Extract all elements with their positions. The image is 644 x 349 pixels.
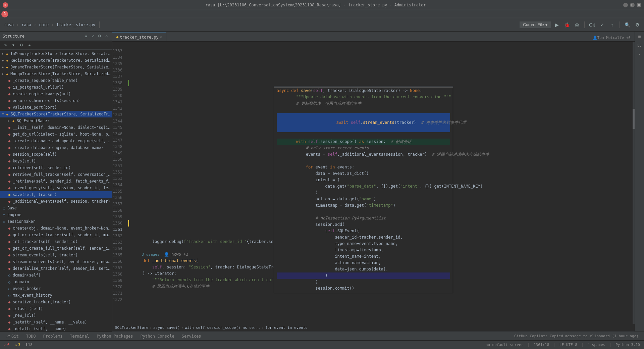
git-button[interactable]: Git — [588, 21, 596, 29]
tree-item-session-scope[interactable]: ● session_scope(self) — [0, 151, 112, 158]
breadcrumb-rasa2[interactable]: rasa — [20, 22, 33, 28]
right-icon-database[interactable]: DB — [636, 42, 643, 49]
structure-plus-button[interactable]: + — [25, 41, 34, 49]
breadcrumb-core[interactable]: core — [38, 22, 50, 28]
problems-tab[interactable]: Problems — [40, 333, 66, 339]
field-icon: ○ — [7, 279, 12, 285]
status-encoding[interactable]: LF UTF-8 — [558, 343, 579, 347]
right-icon-bookmark[interactable]: ⊞ — [636, 33, 643, 40]
tree-item-retrieve[interactable]: ● retrieve(self, sender_id) — [0, 164, 112, 171]
structure-sort-button[interactable]: ≡ — [83, 33, 89, 39]
tree-item-create-engine[interactable]: ● create_engine_kwargs(url) — [0, 91, 112, 97]
python-packages-tab[interactable]: Python Packages — [93, 333, 136, 339]
git-push-button[interactable]: ↑ — [608, 21, 616, 29]
structure-settings-button[interactable]: ⚙ — [97, 33, 103, 39]
editor-tab-tracker-store[interactable]: ● tracker_store.py ✕ — [112, 33, 166, 41]
toolbar: rasa › rasa › core › tracker_store.py Cu… — [0, 18, 644, 32]
tree-item-dynamo[interactable]: ▶ ◆ DynamoTrackerStore(TrackerStore, Ser… — [0, 64, 112, 70]
code-container[interactable]: 1333 1334 1335 1336 1337 1338 1339 1340 … — [112, 42, 635, 324]
tree-item-retrieve2[interactable]: ● _retrieve(self, sender_id, fetch_event… — [0, 178, 112, 185]
structure-sort2-button[interactable]: ⚙ — [17, 41, 25, 49]
tree-item-event-broker[interactable]: ○ event_broker — [0, 285, 112, 292]
tree-item-save[interactable]: ● save(self, tracker) — [0, 191, 112, 198]
tree-item-max-event[interactable]: ○ max_event_history — [0, 292, 112, 299]
status-errors[interactable]: ⚠ 6 — [3, 343, 11, 347]
tree-item-class[interactable]: ● _class_(self) — [0, 305, 112, 312]
tree-item-mongo[interactable]: ▶ ◆ MongoTrackerStore(TrackerStore, Seri… — [0, 70, 112, 77]
popup-code-line: intent = ( — [277, 177, 450, 183]
scrollbar-track[interactable] — [633, 42, 635, 324]
tree-item-get-db-url[interactable]: ● get_db_url(dialect='sqlite', host=None… — [0, 131, 112, 138]
tree-item-retrieve-full[interactable]: ● retrieve_full_tracker(self, conversati… — [0, 171, 112, 178]
status-info[interactable]: ℹ 18 — [24, 343, 34, 347]
tree-item-validate-port[interactable]: ● validate_port(port) — [0, 104, 112, 111]
scrollbar-thumb[interactable] — [633, 109, 635, 129]
tree-item-sqlevent[interactable]: ▶ ◆ SQLEvent(Base) — [0, 117, 112, 124]
tree-item-is-pg[interactable]: ● is_postgresql_url(url) — [0, 84, 112, 91]
git-check-button[interactable]: ✓ — [598, 21, 606, 29]
breadcrumb-rasa[interactable]: rasa — [3, 22, 15, 28]
tree-item-sql-tracker[interactable]: ▼ ◆ SQLTrackerStore(TrackerStore, Serial… — [0, 111, 112, 117]
terminal-tab[interactable]: Terminal — [66, 333, 93, 339]
tree-item-setattr[interactable]: ● _setattr_(self, __name, __value) — [0, 319, 112, 326]
tree-item-event-query[interactable]: ● _event_query(self, session, sender_id,… — [0, 185, 112, 191]
tree-item-sessionmaker[interactable]: ○ sessionmaker — [0, 218, 112, 225]
tree-item-inmemory[interactable]: ▶ ◆ InMemoryTrackerStore(TrackerStore, S… — [0, 50, 112, 57]
tree-item-int-tracker[interactable]: ● int_tracker(self, sender_id) — [0, 238, 112, 245]
tree-item-deserialize[interactable]: ● deserialise_tracker(self, sender_id, s… — [0, 265, 112, 272]
tree-item-stream-new[interactable]: ● stream_new_events(self, event_broker, … — [0, 258, 112, 265]
right-icon-remote[interactable]: ↗ — [636, 50, 643, 58]
settings-button[interactable]: ⚙ — [633, 21, 641, 29]
structure-expand-button[interactable]: ⤢ — [90, 33, 96, 39]
current-file-button[interactable]: Current File ▾ — [520, 21, 551, 28]
tree-item-engine[interactable]: ○ engine — [0, 211, 112, 218]
tree-item-create-db2[interactable]: ● _create_database(engine, database_name… — [0, 144, 112, 151]
tree-item-base[interactable]: ○ Base — [0, 205, 112, 211]
minimize-button[interactable]: ─ — [623, 3, 628, 7]
git-tab[interactable]: ⎇ Git — [3, 333, 22, 339]
tree-item-create-db[interactable]: ● _create_database_and_update_engine(sel… — [0, 138, 112, 144]
debug-button[interactable]: 🐞 — [563, 21, 571, 29]
expand-icon: ▶ — [1, 65, 4, 69]
bc-with[interactable]: with self.session_scope() as se... — [185, 326, 260, 330]
structure-close-button[interactable]: ✕ — [103, 33, 109, 39]
services-tab[interactable]: Services — [178, 333, 205, 339]
structure-filter-button[interactable]: ▾ — [9, 41, 17, 49]
tree-item-get-full[interactable]: ● get_or_create_full_tracker(self, sende… — [0, 245, 112, 252]
bc-class[interactable]: SQLTrackerStore — [115, 326, 148, 330]
tree-item-get-or-create[interactable]: ● get_or_create_tracker(self, sender_id,… — [0, 232, 112, 238]
structure-scroll-button[interactable]: ⇅ — [1, 41, 9, 49]
tree-item-redis[interactable]: ▶ ◆ RedisTrackerStore(TrackerStore, Seri… — [0, 57, 112, 64]
tree-item-new[interactable]: ● _new_(cls) — [0, 312, 112, 319]
tree-item-keys[interactable]: ● keys(self) — [0, 158, 112, 164]
todo-tab[interactable]: TODO — [23, 333, 39, 339]
maximize-button[interactable]: □ — [630, 3, 635, 7]
breadcrumb-file[interactable]: tracker_store.py — [55, 22, 97, 28]
tree-item-delattr[interactable]: ● _delattr_(self, __name) — [0, 326, 112, 332]
tree-item-additional-events[interactable]: ● _additional_events(self, session, trac… — [0, 198, 112, 205]
bc-method[interactable]: async save() — [153, 326, 180, 330]
tree-item-domain[interactable]: ○ domain(self) — [0, 272, 112, 279]
status-spaces[interactable]: 4 spaces — [586, 343, 607, 347]
tree-item-ensure-schema[interactable]: ● ensure_schema_exists(session) — [0, 97, 112, 104]
code-editor[interactable]: async def save(self, tracker: DialogueSt… — [130, 42, 635, 324]
python-console-tab[interactable]: Python Console — [137, 333, 178, 339]
status-line-col[interactable]: 1361:18 — [532, 343, 550, 347]
github-copilot-msg: GitHub Copilot: Copied message to clipbo… — [512, 334, 641, 338]
search-button[interactable]: 🔍 — [623, 21, 631, 29]
app-logo: R — [1, 11, 8, 17]
status-python[interactable]: Python 3.10 — [614, 343, 641, 347]
tab-close-button[interactable]: ✕ — [160, 35, 162, 39]
status-warnings[interactable]: △ 3 — [13, 343, 21, 347]
tree-item-domain2[interactable]: ○ _domain — [0, 279, 112, 285]
tree-item-serialize[interactable]: ● seralize_tracker(tracker) — [0, 299, 112, 305]
tree-item-create-seq[interactable]: ● _create_sequence(table_name) — [0, 77, 112, 84]
tree-item-create-obj[interactable]: ● create(obj, domain=None, event_broker=… — [0, 225, 112, 232]
tree-item-init[interactable]: ● __init__(self, domain=None, dialect='s… — [0, 124, 112, 131]
close-button[interactable]: ✕ — [637, 3, 641, 7]
coverage-button[interactable]: ◎ — [573, 21, 581, 29]
run-button[interactable]: ▶ — [553, 21, 561, 29]
popup-code-line — [277, 158, 450, 164]
tree-item-stream-events[interactable]: ● stream_events(self, tracker) — [0, 252, 112, 258]
bc-for[interactable]: for event in events — [265, 326, 308, 330]
